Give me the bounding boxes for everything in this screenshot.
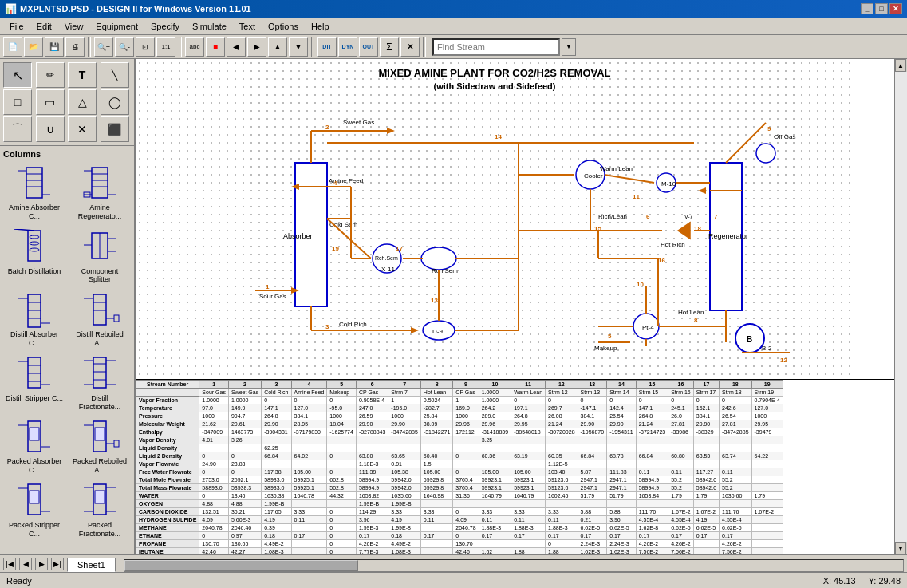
sheet-nav-first[interactable]: |◀ (3, 558, 16, 570)
menu-options[interactable]: Options (262, 20, 305, 33)
batch-distillation-item[interactable]: Batch Distillation (3, 226, 65, 286)
arc-tool[interactable]: ⌒ (3, 116, 32, 142)
stream8-num: 8 (694, 317, 698, 324)
menu-specify[interactable]: Specify (144, 20, 186, 33)
cell-13-5: 1.99E-B (356, 500, 388, 508)
row-header-7: Liquid 2 Density (136, 452, 199, 460)
cell-9-18 (751, 468, 783, 476)
cell-15-6: 4.19 (388, 516, 420, 524)
maximize-button[interactable]: □ (875, 3, 888, 14)
zoom-in-button[interactable]: 🔍+ (94, 37, 113, 57)
text-tool[interactable]: T (68, 62, 97, 88)
sheet-tab-1[interactable]: Sheet1 (67, 558, 116, 572)
drawing-area[interactable]: MIXED AMINE PLANT FOR CO2/H2S REMOVAL (w… (136, 59, 894, 554)
title-bar-title: 📊 MXPLNTSD.PSD - DESIGN II for Windows V… (5, 3, 251, 14)
row-header-12: WATER (136, 492, 199, 500)
packed-absorber-item[interactable]: Packed Absorber C... (3, 416, 65, 476)
save-button[interactable]: 💾 (45, 37, 64, 57)
cell-4-5: -32788843 (356, 428, 388, 436)
table-row: Pressure1000994.7264.8384.1100026.591000… (136, 412, 783, 420)
ellipse-tool[interactable]: ◯ (101, 89, 129, 115)
amine-absorber-item[interactable]: Amine Absorber C... (3, 162, 65, 223)
amine-regenerator-item[interactable]: Amine Regenerato... (69, 162, 131, 223)
zoom-out-button[interactable]: 🔍- (115, 37, 134, 57)
menu-file[interactable]: File (3, 20, 30, 33)
menu-text[interactable]: Text (233, 20, 262, 33)
fill-tool[interactable]: ⬛ (101, 116, 129, 142)
select-tool[interactable]: ↖ (3, 62, 32, 88)
cell-15-14: 4.55E-4 (636, 516, 668, 524)
cell-2-2: 264.8 (262, 412, 291, 420)
zoom-fit-button[interactable]: ⊡ (136, 37, 155, 57)
x-button[interactable]: ✕ (400, 37, 420, 57)
data-table-container[interactable]: Stream Number 1 2 3 4 5 6 7 8 9 10 11 (136, 379, 894, 554)
arrow-down-button[interactable]: ▼ (289, 37, 308, 57)
cell-6-17 (720, 444, 751, 452)
row-header-0: Vapor Fraction (136, 397, 199, 404)
cross-tool[interactable]: ✕ (68, 116, 97, 142)
pencil-tool[interactable]: ✏ (36, 62, 65, 88)
left-panel: ↖ ✏ T ╲ □ ▭ △ ◯ ⌒ ∪ ✕ ⬛ Columns (0, 59, 136, 554)
sheet-nav-prev[interactable]: ◀ (19, 558, 32, 570)
open-button[interactable]: 📂 (24, 37, 43, 57)
svg-rect-55 (95, 428, 105, 440)
cell-4-13: -1954311 (607, 428, 637, 436)
cell-8-2 (262, 460, 291, 468)
print-button[interactable]: 🖨 (65, 37, 85, 57)
curve-tool[interactable]: ∪ (36, 116, 65, 142)
new-button[interactable]: 📄 (3, 37, 22, 57)
right-scrollbar[interactable]: ▲ ▼ (894, 59, 907, 554)
menu-view[interactable]: View (58, 20, 90, 33)
distill-stripper-item[interactable]: Distill Stripper C... (3, 353, 65, 413)
find-stream-dropdown[interactable]: ▼ (562, 38, 576, 56)
find-stream-input[interactable] (432, 38, 560, 56)
abc-button[interactable]: abc (185, 37, 204, 57)
sigma-button[interactable]: Σ (380, 37, 399, 57)
cell-6-4 (327, 444, 357, 452)
cell-12-17: 1635.60 (720, 492, 751, 500)
line-tool[interactable]: ╲ (101, 62, 129, 88)
dit-button[interactable]: DIT (317, 37, 337, 57)
cell-10-0: 2753.0 (199, 476, 229, 484)
stream-name-19: Strm 19 (751, 389, 783, 397)
menu-edit[interactable]: Edit (30, 20, 58, 33)
pt4-label: Pt-4 (642, 324, 654, 331)
scroll-down-button[interactable]: ▼ (895, 542, 906, 554)
horizontal-scrollbar[interactable] (124, 559, 904, 572)
cell-4-1: 1463773 (228, 428, 261, 436)
cell-0-17: 0 (720, 397, 751, 404)
close-button[interactable]: ✕ (889, 3, 902, 14)
cell-9-5: 111.39 (356, 468, 388, 476)
stream6-num: 6 (646, 213, 650, 220)
out-button[interactable]: OUT (359, 37, 378, 57)
component-splitter-item[interactable]: Component Splitter (69, 226, 131, 286)
sheet-nav-next[interactable]: ▶ (35, 558, 48, 570)
distill-fractionate-item[interactable]: Distill Fractionate... (69, 353, 131, 413)
scroll-up-button[interactable]: ▲ (895, 59, 906, 72)
menu-equipment[interactable]: Equipment (89, 20, 144, 33)
rect-tool[interactable]: □ (3, 89, 32, 115)
menu-help[interactable]: Help (305, 20, 336, 33)
cell-10-15: 55.2 (668, 476, 694, 484)
distill-absorber-item[interactable]: Distill Absorber C... (3, 289, 65, 349)
round-rect-tool[interactable]: ▭ (36, 89, 65, 115)
dyn-button[interactable]: DYN (338, 37, 357, 57)
packed-reboiled-item[interactable]: Packed Reboiled A... (69, 416, 131, 476)
menu-simulate[interactable]: Simulate (186, 20, 233, 33)
triangle-tool[interactable]: △ (68, 89, 97, 115)
scrollbar-thumb[interactable] (124, 560, 358, 571)
cell-8-6: 0.91 (388, 460, 420, 468)
packed-fractionate-item[interactable]: Packed Fractionate... (69, 479, 131, 540)
cell-6-9 (479, 444, 511, 452)
minimize-button[interactable]: _ (861, 3, 873, 14)
stop-button[interactable]: ■ (206, 37, 225, 57)
arrow-left-button[interactable]: ◀ (227, 37, 246, 57)
arrow-up-button[interactable]: ▲ (268, 37, 287, 57)
distill-reboiled-item[interactable]: Distill Reboiled A... (69, 289, 131, 349)
arrow-right-button[interactable]: ▶ (247, 37, 266, 57)
packed-stripper-item[interactable]: Packed Stripper C... (3, 479, 65, 540)
cell-4-10: -38548018 (511, 428, 546, 436)
sheet-nav-last[interactable]: ▶| (51, 558, 64, 570)
toolbar-separator-4 (423, 37, 426, 57)
zoom-1to1-button[interactable]: 1:1 (156, 37, 175, 57)
